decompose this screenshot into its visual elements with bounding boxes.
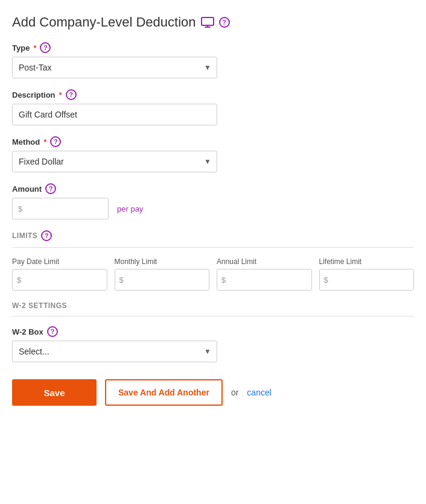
w2-section: W-2 SETTINGS W-2 Box ? Select... Box 1 B… <box>12 301 414 362</box>
footer-actions: Save Save And Add Another or cancel <box>12 379 414 406</box>
description-input[interactable] <box>12 104 217 125</box>
method-select[interactable]: Fixed Dollar Percentage Other <box>12 151 217 172</box>
svg-rect-0 <box>202 17 214 25</box>
per-pay-label: per pay <box>117 204 143 213</box>
monthly-limit-wrap: $ <box>115 269 210 291</box>
monthly-limit-col: Monthly Limit $ <box>115 257 210 291</box>
limits-help-icon[interactable]: ? <box>41 230 52 241</box>
description-field-group: Description* ? <box>12 89 414 125</box>
save-and-add-button[interactable]: Save And Add Another <box>105 379 223 406</box>
lifetime-limit-col: Lifetime Limit $ <box>319 257 415 291</box>
page-title-text: Add Company-Level Deduction <box>12 14 196 30</box>
method-select-wrapper: Fixed Dollar Percentage Other ▼ <box>12 151 217 172</box>
type-help-icon[interactable]: ? <box>40 42 51 53</box>
annual-currency-icon: $ <box>221 276 226 285</box>
lifetime-limit-label: Lifetime Limit <box>319 257 415 266</box>
limits-divider <box>12 247 414 248</box>
or-text: or <box>231 388 238 397</box>
lifetime-limit-input[interactable] <box>319 269 415 291</box>
monthly-limit-label: Monthly Limit <box>115 257 210 266</box>
method-field-group: Method* ? Fixed Dollar Percentage Other … <box>12 136 414 172</box>
method-help-icon[interactable]: ? <box>50 136 61 147</box>
annual-limit-wrap: $ <box>217 269 312 291</box>
title-help-icon[interactable]: ? <box>219 17 230 28</box>
page-title: Add Company-Level Deduction ? <box>12 14 414 30</box>
annual-limit-label: Annual Limit <box>217 257 312 266</box>
amount-input-wrap: $ <box>12 198 109 219</box>
type-select[interactable]: Post-Tax Pre-Tax Other <box>12 57 217 78</box>
cancel-link[interactable]: cancel <box>247 388 271 397</box>
pay-date-limit-input[interactable] <box>12 269 107 291</box>
tv-monitor-icon <box>201 17 214 28</box>
w2-divider <box>12 316 414 317</box>
annual-limit-input[interactable] <box>217 269 312 291</box>
w2-box-help-icon[interactable]: ? <box>47 326 58 337</box>
save-button[interactable]: Save <box>12 379 97 406</box>
type-select-wrapper: Post-Tax Pre-Tax Other ▼ <box>12 57 217 78</box>
w2-section-title: W-2 SETTINGS <box>12 301 414 310</box>
limits-section: LIMITS ? Pay Date Limit $ Monthly Limit … <box>12 230 414 291</box>
amount-help-icon[interactable]: ? <box>45 183 56 194</box>
type-label: Type* ? <box>12 42 414 53</box>
amount-label: Amount ? <box>12 183 414 194</box>
lifetime-limit-wrap: $ <box>319 269 415 291</box>
monthly-currency-icon: $ <box>119 276 124 285</box>
description-label: Description* ? <box>12 89 414 100</box>
monthly-limit-input[interactable] <box>115 269 210 291</box>
amount-currency-symbol: $ <box>18 204 22 213</box>
annual-limit-col: Annual Limit $ <box>217 257 312 291</box>
w2-box-select-wrapper: Select... Box 1 Box 2 Box 3 ▼ <box>12 341 217 362</box>
w2-box-label: W-2 Box ? <box>12 326 414 337</box>
type-field-group: Type* ? Post-Tax Pre-Tax Other ▼ <box>12 42 414 78</box>
pay-date-limit-label: Pay Date Limit <box>12 257 107 266</box>
limits-grid: Pay Date Limit $ Monthly Limit $ Annual … <box>12 257 414 291</box>
pay-date-limit-col: Pay Date Limit $ <box>12 257 107 291</box>
lifetime-currency-icon: $ <box>324 276 328 285</box>
amount-input[interactable] <box>12 198 109 219</box>
w2-box-select[interactable]: Select... Box 1 Box 2 Box 3 <box>12 341 217 362</box>
pay-date-currency-icon: $ <box>17 276 21 285</box>
pay-date-limit-wrap: $ <box>12 269 107 291</box>
description-help-icon[interactable]: ? <box>66 89 77 100</box>
limits-section-title: LIMITS ? <box>12 230 414 241</box>
method-label: Method* ? <box>12 136 414 147</box>
w2-box-field-group: W-2 Box ? Select... Box 1 Box 2 Box 3 ▼ <box>12 326 414 362</box>
amount-row: $ per pay <box>12 198 414 219</box>
amount-field-group: Amount ? $ per pay <box>12 183 414 219</box>
